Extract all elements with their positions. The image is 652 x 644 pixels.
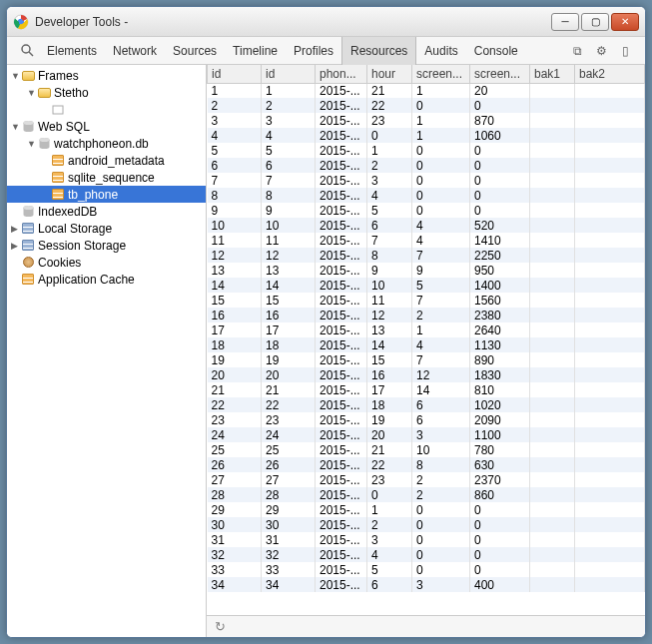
table-cell: 2 bbox=[262, 98, 316, 113]
tree-sessionstorage[interactable]: ▶Session Storage bbox=[7, 237, 206, 254]
table-cell: 7 bbox=[262, 173, 316, 188]
table-row[interactable]: 24242015-...2031100 bbox=[208, 427, 645, 442]
dock-icon[interactable]: ▯ bbox=[617, 43, 633, 59]
table-cell: 17 bbox=[367, 382, 412, 397]
column-header[interactable]: id bbox=[208, 65, 262, 83]
tree-websql[interactable]: ▼Web SQL bbox=[7, 118, 206, 135]
table-row[interactable]: 222015-...2200 bbox=[208, 98, 645, 113]
table-row[interactable]: 442015-...011060 bbox=[208, 128, 645, 143]
column-header[interactable]: screen... bbox=[412, 65, 470, 83]
table-row[interactable]: 19192015-...157890 bbox=[208, 352, 645, 367]
table-cell: 6 bbox=[262, 158, 316, 173]
tab-resources[interactable]: Resources bbox=[341, 37, 416, 65]
gear-icon[interactable]: ⚙ bbox=[593, 43, 609, 59]
table-cell: 2015-... bbox=[316, 293, 367, 308]
table-cell bbox=[530, 352, 575, 367]
refresh-icon[interactable]: ↻ bbox=[215, 619, 226, 634]
table-cell: 25 bbox=[262, 442, 316, 457]
table-cell bbox=[575, 517, 645, 532]
table-row[interactable]: 15152015-...1171560 bbox=[208, 293, 645, 308]
tab-timeline[interactable]: Timeline bbox=[225, 37, 286, 65]
table-row[interactable]: 10102015-...64520 bbox=[208, 218, 645, 233]
table-cell: 32 bbox=[208, 547, 262, 562]
tree-table-metadata[interactable]: android_metadata bbox=[7, 152, 206, 169]
tree-table-tbphone[interactable]: tb_phone bbox=[7, 186, 206, 203]
table-cell bbox=[575, 308, 645, 322]
drawer-icon[interactable]: ⧉ bbox=[569, 43, 585, 59]
column-header[interactable]: hour bbox=[367, 65, 412, 83]
table-row[interactable]: 662015-...200 bbox=[208, 158, 645, 173]
tree-db[interactable]: ▼watchphoneon.db bbox=[7, 135, 206, 152]
tab-audits[interactable]: Audits bbox=[416, 37, 465, 65]
tree-indexeddb[interactable]: IndexedDB bbox=[7, 203, 206, 220]
data-table-container[interactable]: ididphon...hourscreen...screen...bak1bak… bbox=[207, 65, 645, 615]
tree-frames[interactable]: ▼Frames bbox=[7, 67, 206, 84]
table-cell: 2015-... bbox=[316, 562, 367, 577]
table-bottombar: ↻ bbox=[207, 615, 645, 637]
table-row[interactable]: 30302015-...200 bbox=[208, 517, 645, 532]
table-cell: 2015-... bbox=[316, 427, 367, 442]
table-cell: 1 bbox=[412, 83, 470, 98]
table-row[interactable]: 14142015-...1051400 bbox=[208, 278, 645, 293]
tab-sources[interactable]: Sources bbox=[165, 37, 225, 65]
table-row[interactable]: 26262015-...228630 bbox=[208, 457, 645, 472]
table-cell: 26 bbox=[208, 457, 262, 472]
table-cell: 14 bbox=[208, 278, 262, 293]
table-row[interactable]: 23232015-...1962090 bbox=[208, 412, 645, 427]
table-row[interactable]: 22222015-...1861020 bbox=[208, 397, 645, 412]
table-row[interactable]: 772015-...300 bbox=[208, 173, 645, 188]
table-row[interactable]: 332015-...231870 bbox=[208, 113, 645, 128]
table-row[interactable]: 21212015-...1714810 bbox=[208, 382, 645, 397]
tree-cookies[interactable]: Cookies bbox=[7, 254, 206, 271]
table-row[interactable]: 27272015-...2322370 bbox=[208, 472, 645, 487]
table-row[interactable]: 17172015-...1312640 bbox=[208, 322, 645, 337]
close-button[interactable]: ✕ bbox=[611, 13, 639, 31]
table-cell: 0 bbox=[367, 487, 412, 502]
table-cell: 2380 bbox=[470, 308, 530, 322]
table-row[interactable]: 16162015-...1222380 bbox=[208, 308, 645, 322]
tab-elements[interactable]: Elements bbox=[39, 37, 105, 65]
table-row[interactable]: 28282015-...02860 bbox=[208, 487, 645, 502]
maximize-button[interactable]: ▢ bbox=[581, 13, 609, 31]
table-row[interactable]: 13132015-...99950 bbox=[208, 263, 645, 278]
tab-console[interactable]: Console bbox=[466, 37, 526, 65]
table-cell: 4 bbox=[262, 128, 316, 143]
titlebar[interactable]: Developer Tools - ─ ▢ ✕ bbox=[7, 7, 645, 37]
column-header[interactable]: bak1 bbox=[530, 65, 575, 83]
table-row[interactable]: 34342015-...63400 bbox=[208, 577, 645, 592]
table-row[interactable]: 20202015-...16121830 bbox=[208, 367, 645, 382]
column-header[interactable]: id bbox=[262, 65, 316, 83]
table-cell bbox=[530, 218, 575, 233]
tree-localstorage[interactable]: ▶Local Storage bbox=[7, 220, 206, 237]
table-row[interactable]: 32322015-...400 bbox=[208, 547, 645, 562]
tab-network[interactable]: Network bbox=[105, 37, 165, 65]
table-row[interactable]: 18182015-...1441130 bbox=[208, 337, 645, 352]
window-title: Developer Tools - bbox=[35, 15, 551, 29]
table-cell: 2090 bbox=[470, 412, 530, 427]
table-cell: 5 bbox=[412, 278, 470, 293]
tree-stetho[interactable]: ▼Stetho bbox=[7, 84, 206, 101]
table-row[interactable]: 29292015-...100 bbox=[208, 502, 645, 517]
search-icon[interactable] bbox=[19, 43, 35, 59]
table-row[interactable]: 25252015-...2110780 bbox=[208, 442, 645, 457]
table-row[interactable]: 11112015-...741410 bbox=[208, 233, 645, 248]
tree-appcache[interactable]: Application Cache bbox=[7, 271, 206, 288]
tree-table-sqlite[interactable]: sqlite_sequence bbox=[7, 169, 206, 186]
table-row[interactable]: 33332015-...500 bbox=[208, 562, 645, 577]
table-row[interactable]: 112015-...21120 bbox=[208, 83, 645, 98]
table-cell: 15 bbox=[367, 352, 412, 367]
column-header[interactable]: phon... bbox=[316, 65, 367, 83]
table-row[interactable]: 12122015-...872250 bbox=[208, 248, 645, 263]
tree-stetho-child[interactable] bbox=[7, 101, 206, 118]
table-cell: 26 bbox=[262, 457, 316, 472]
table-cell bbox=[530, 128, 575, 143]
minimize-button[interactable]: ─ bbox=[551, 13, 579, 31]
table-row[interactable]: 992015-...500 bbox=[208, 203, 645, 218]
table-row[interactable]: 552015-...100 bbox=[208, 143, 645, 158]
table-cell: 22 bbox=[208, 397, 262, 412]
tab-profiles[interactable]: Profiles bbox=[286, 37, 341, 65]
column-header[interactable]: screen... bbox=[470, 65, 530, 83]
column-header[interactable]: bak2 bbox=[575, 65, 645, 83]
table-row[interactable]: 882015-...400 bbox=[208, 188, 645, 203]
table-row[interactable]: 31312015-...300 bbox=[208, 532, 645, 547]
